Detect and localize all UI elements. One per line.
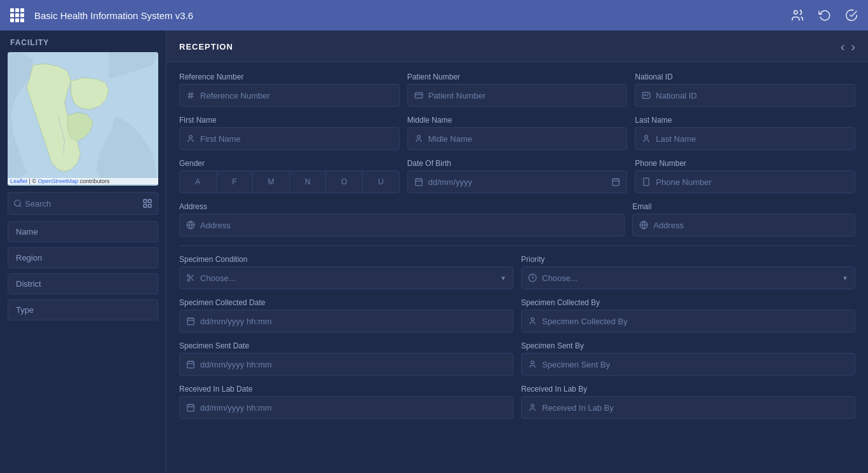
reference-number-input[interactable]	[200, 91, 393, 100]
svg-point-35	[187, 275, 190, 277]
email-input[interactable]	[653, 221, 848, 230]
address-group: Address	[179, 202, 625, 236]
type-filter[interactable]: Type	[8, 299, 158, 320]
form-row-names: First Name Middle Name Last Name	[179, 116, 855, 150]
priority-group: Priority Choose... ▼	[521, 255, 855, 289]
specimen-sent-by-wrap	[521, 353, 855, 376]
gender-btn-a[interactable]: A	[180, 171, 217, 193]
received-in-lab-date-group: Received In Lab Date	[179, 385, 513, 419]
specimen-collected-by-group: Specimen Collected By	[521, 298, 855, 332]
filter-icon[interactable]	[142, 198, 153, 209]
svg-line-10	[189, 92, 190, 99]
patient-number-input[interactable]	[428, 91, 621, 100]
svg-rect-41	[187, 318, 194, 325]
svg-rect-7	[148, 204, 151, 207]
panel-header: RECEPTION ‹ ›	[166, 31, 868, 62]
phone-wrap	[635, 170, 855, 193]
national-id-input[interactable]	[656, 91, 848, 100]
chevron-right-icon[interactable]: ›	[851, 39, 855, 54]
name-filter-label: Name	[16, 227, 38, 236]
dob-wrap	[407, 170, 628, 193]
globe-icon	[186, 221, 195, 230]
first-name-group: First Name	[179, 116, 400, 150]
specimen-sent-date-wrap	[179, 353, 513, 376]
calendar-pick-icon[interactable]	[611, 177, 620, 186]
specimen-condition-select[interactable]: Choose...	[200, 273, 495, 283]
specimen-collected-date-input[interactable]	[200, 317, 506, 326]
sidebar: FACILITY Leaflet | © OpenStreetMap	[0, 31, 166, 473]
svg-rect-21	[415, 179, 422, 186]
first-name-label: First Name	[179, 116, 400, 125]
svg-rect-14	[643, 92, 651, 98]
middle-name-wrap	[407, 127, 628, 150]
svg-rect-5	[148, 200, 151, 203]
priority-select[interactable]: Choose...	[542, 273, 837, 283]
specimen-sent-by-input[interactable]	[542, 360, 848, 369]
phone-label: Phone Number	[635, 159, 855, 168]
chevron-left-icon[interactable]: ‹	[841, 39, 845, 54]
search-input[interactable]	[22, 199, 142, 209]
svg-line-39	[189, 277, 191, 278]
gender-btn-m[interactable]: M	[253, 171, 290, 193]
last-name-label: Last Name	[635, 116, 855, 125]
name-filter[interactable]: Name	[8, 221, 158, 242]
national-id-group: National ID	[635, 72, 855, 107]
gender-btn-u[interactable]: U	[363, 171, 399, 193]
specimen-sent-date-input[interactable]	[200, 360, 506, 369]
person-icon	[186, 134, 195, 143]
svg-rect-12	[415, 93, 423, 98]
osm-link[interactable]: OpenStreetMap	[38, 178, 79, 184]
calendar-icon2	[186, 317, 195, 326]
map-container: Leaflet | © OpenStreetMap contributors	[8, 52, 158, 186]
svg-rect-25	[613, 179, 620, 186]
specimen-collected-date-group: Specimen Collected Date	[179, 298, 513, 332]
district-filter[interactable]: District	[8, 273, 158, 294]
person-icon5	[528, 360, 537, 369]
refresh-icon[interactable]	[818, 9, 831, 22]
dob-input[interactable]	[428, 177, 607, 187]
check-circle-icon[interactable]	[845, 9, 858, 22]
region-filter[interactable]: Region	[8, 247, 158, 268]
person-icon2	[414, 134, 423, 143]
specimen-collected-by-input[interactable]	[542, 317, 848, 326]
svg-point-19	[417, 135, 420, 139]
first-name-input[interactable]	[200, 134, 393, 144]
received-in-lab-date-input[interactable]	[200, 403, 506, 413]
email-wrap	[632, 214, 855, 236]
hash-icon	[186, 91, 195, 100]
form-row-ids: Reference Number Patient Number National…	[179, 72, 855, 107]
gender-btn-o[interactable]: O	[326, 171, 363, 193]
users-icon[interactable]	[790, 8, 804, 22]
specimen-collected-date-label: Specimen Collected Date	[179, 298, 513, 307]
first-name-wrap	[179, 127, 400, 150]
patient-number-wrap	[407, 84, 628, 107]
search-icon	[13, 199, 22, 208]
gender-btn-f[interactable]: F	[217, 171, 254, 193]
gender-group: Gender A F M N O U	[179, 159, 400, 193]
grid-icon[interactable]	[10, 8, 24, 22]
email-group: Email	[632, 202, 855, 236]
svg-rect-51	[187, 404, 194, 411]
scissors-icon	[186, 273, 195, 282]
id-icon	[414, 91, 423, 100]
specimen-sent-by-group: Specimen Sent By	[521, 341, 855, 376]
svg-line-11	[191, 92, 192, 99]
address-input[interactable]	[200, 221, 618, 230]
region-filter-label: Region	[16, 253, 42, 263]
middle-name-input[interactable]	[428, 134, 621, 144]
received-in-lab-by-input[interactable]	[542, 403, 848, 413]
last-name-input[interactable]	[656, 134, 848, 144]
calendar-icon	[414, 177, 423, 186]
leaflet-link[interactable]: Leaflet	[10, 178, 27, 184]
map-attribution: Leaflet | © OpenStreetMap contributors	[8, 178, 158, 184]
specimen-sent-date-group: Specimen Sent Date	[179, 341, 513, 376]
svg-point-55	[531, 404, 534, 408]
svg-point-36	[187, 279, 190, 282]
received-in-lab-date-label: Received In Lab Date	[179, 385, 513, 394]
select-arrow-icon: ▼	[500, 275, 506, 282]
specimen-sent-by-label: Specimen Sent By	[521, 341, 855, 350]
gender-btn-n[interactable]: N	[290, 171, 327, 193]
svg-point-20	[645, 135, 648, 139]
phone-input[interactable]	[656, 177, 848, 187]
svg-rect-46	[187, 361, 194, 368]
